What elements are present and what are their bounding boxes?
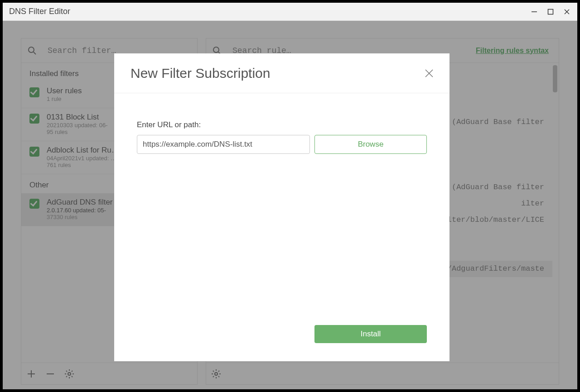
dialog-header: New Filter Subscription bbox=[114, 53, 450, 93]
app-title: DNS Filter Editor bbox=[9, 7, 70, 16]
dialog-body: Enter URL or path: Browse bbox=[114, 93, 450, 325]
browse-button[interactable]: Browse bbox=[314, 135, 427, 154]
dialog-title: New Filter Subscription bbox=[130, 66, 270, 81]
window-controls bbox=[530, 8, 571, 16]
maximize-button[interactable] bbox=[546, 8, 555, 16]
svg-rect-1 bbox=[548, 9, 553, 14]
new-filter-subscription-dialog: New Filter Subscription Enter URL or pat… bbox=[114, 53, 450, 361]
minimize-icon bbox=[531, 9, 537, 15]
dialog-close-button[interactable] bbox=[425, 69, 433, 77]
maximize-icon bbox=[547, 9, 554, 15]
close-window-button[interactable] bbox=[563, 8, 571, 16]
install-button-label: Install bbox=[361, 330, 381, 339]
url-label: Enter URL or path: bbox=[137, 120, 427, 129]
browse-button-label: Browse bbox=[358, 140, 384, 149]
dialog-footer: Install bbox=[114, 325, 450, 361]
url-input[interactable] bbox=[137, 135, 310, 154]
close-icon bbox=[425, 69, 433, 77]
titlebar: DNS Filter Editor bbox=[3, 3, 577, 21]
app-window: DNS Filter Editor Installed filt bbox=[3, 3, 577, 389]
minimize-button[interactable] bbox=[530, 8, 538, 16]
x-icon bbox=[564, 9, 570, 15]
install-button[interactable]: Install bbox=[314, 325, 427, 343]
url-row: Browse bbox=[137, 135, 427, 154]
